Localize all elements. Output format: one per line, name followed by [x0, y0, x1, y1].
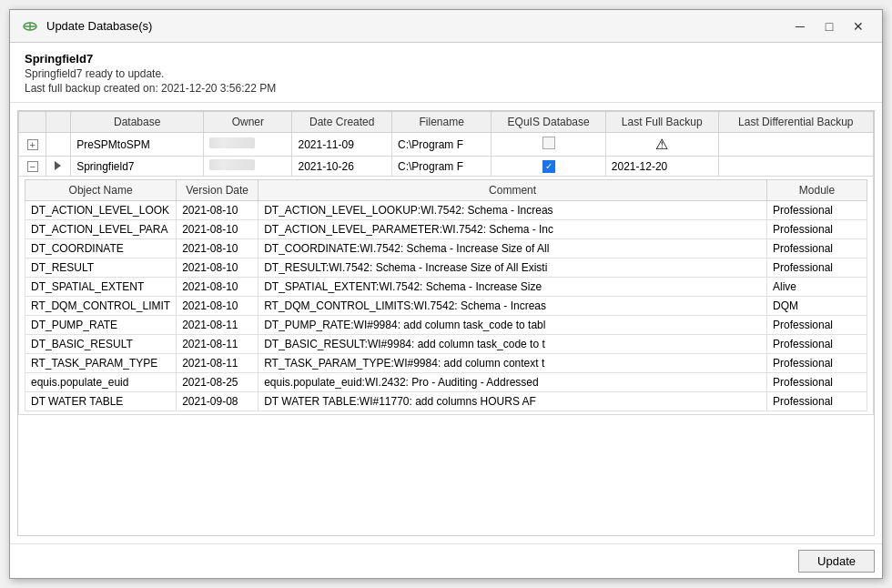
close-button[interactable]: ✕ — [846, 16, 871, 36]
sub-comment: DT_PUMP_RATE:WI#9984: add column task_co… — [258, 316, 767, 335]
sub-col-header-comment[interactable]: Comment — [258, 180, 767, 201]
update-button[interactable]: Update — [798, 550, 875, 573]
sub-col-header-object[interactable]: Object Name — [25, 180, 177, 201]
col-header-date-created[interactable]: Date Created — [292, 112, 391, 133]
sub-version-date: 2021-08-11 — [177, 316, 258, 335]
sub-module: Professional — [767, 220, 867, 239]
table-wrapper[interactable]: Database Owner Date Created Filename EQu… — [17, 110, 875, 536]
lastdiff-cell-2 — [718, 157, 873, 177]
warning-icon-1: ⚠ — [655, 136, 668, 153]
filename-cell-2: C:\Program F — [391, 157, 491, 177]
expand-cell-2[interactable]: − — [19, 157, 46, 177]
app-icon — [21, 17, 39, 35]
db-status-line1: Springfield7 ready to update. — [25, 67, 867, 80]
owner-blurred-1 — [209, 137, 255, 148]
datecreated-cell-1: 2021-11-09 — [292, 133, 391, 157]
sub-module: Professional — [767, 373, 867, 392]
owner-cell-2 — [204, 157, 292, 177]
sub-table-row[interactable]: DT_PUMP_RATE 2021-08-11 DT_PUMP_RATE:WI#… — [25, 316, 867, 335]
db-cell-1: PreSPMtoSPM — [71, 133, 204, 157]
col-header-last-full[interactable]: Last Full Backup — [605, 112, 718, 133]
sub-object-name: DT WATER TABLE — [25, 392, 177, 411]
sub-table-row[interactable]: RT_TASK_PARAM_TYPE 2021-08-11 RT_TASK_PA… — [25, 354, 867, 373]
checkbox-unchecked-1 — [542, 137, 555, 149]
sub-comment: DT_COORDINATE:WI.7542: Schema - Increase… — [258, 239, 767, 259]
sub-comment: equis.populate_euid:WI.2432: Pro - Audit… — [258, 373, 767, 392]
sub-comment: DT_ACTION_LEVEL_LOOKUP:WI.7542: Schema -… — [258, 201, 767, 220]
sub-version-date: 2021-09-08 — [177, 392, 258, 411]
filename-cell-1: C:\Program F — [391, 133, 491, 157]
sub-table-row[interactable]: DT_ACTION_LEVEL_LOOK 2021-08-10 DT_ACTIO… — [25, 201, 867, 220]
sub-table-row[interactable]: DT_SPATIAL_EXTENT 2021-08-10 DT_SPATIAL_… — [25, 278, 867, 297]
owner-blurred-2 — [209, 159, 255, 170]
plus-icon[interactable]: + — [27, 139, 38, 150]
maximize-button[interactable]: □ — [816, 16, 842, 36]
sub-object-name: equis.populate_euid — [25, 373, 177, 392]
checkbox-checked-2: ✓ — [542, 160, 555, 173]
col-header-owner[interactable]: Owner — [204, 112, 292, 133]
datecreated-cell-2: 2021-10-26 — [292, 157, 391, 177]
sub-module: Professional — [767, 239, 867, 259]
table-row: + PreSPMtoSPM 2021-11-09 C:\Program F ⚠ — [19, 133, 874, 157]
sub-object-name: DT_SPATIAL_EXTENT — [25, 278, 177, 297]
info-panel: Springfield7 Springfield7 ready to updat… — [10, 43, 882, 103]
sub-version-date: 2021-08-11 — [177, 335, 258, 354]
sub-module: Professional — [767, 392, 867, 411]
col-header-expand — [19, 112, 46, 133]
sub-object-name: RT_TASK_PARAM_TYPE — [25, 354, 177, 373]
sub-object-name: DT_RESULT — [25, 259, 177, 278]
col-header-equis[interactable]: EQuIS Database — [492, 112, 605, 133]
sub-table-row[interactable]: DT_RESULT 2021-08-10 DT_RESULT:WI.7542: … — [25, 259, 867, 278]
sub-table-row[interactable]: equis.populate_euid 2021-08-25 equis.pop… — [25, 373, 867, 392]
expand-cell-1[interactable]: + — [19, 133, 46, 157]
sub-table-row[interactable]: DT_ACTION_LEVEL_PARA 2021-08-10 DT_ACTIO… — [25, 220, 867, 239]
sub-comment: DT WATER TABLE:WI#11770: add columns HOU… — [258, 392, 767, 411]
minus-icon[interactable]: − — [27, 161, 38, 172]
outer-table-header-row: Database Owner Date Created Filename EQu… — [19, 112, 874, 133]
sub-table-row[interactable]: DT WATER TABLE 2021-09-08 DT WATER TABLE… — [25, 392, 867, 411]
sub-module: Professional — [767, 201, 867, 220]
sub-comment: RT_TASK_PARAM_TYPE:WI#9984: add column c… — [258, 354, 767, 373]
sub-object-name: DT_ACTION_LEVEL_LOOK — [25, 201, 177, 220]
sub-table-header-row: Object Name Version Date Comment Module — [25, 180, 867, 201]
sub-module: Professional — [767, 316, 867, 335]
sub-table-row[interactable]: RT_DQM_CONTROL_LIMIT 2021-08-10 RT_DQM_C… — [25, 297, 867, 316]
sub-version-date: 2021-08-10 — [177, 239, 258, 259]
sub-table-row[interactable]: DT_BASIC_RESULT 2021-08-11 DT_BASIC_RESU… — [25, 335, 867, 354]
col-header-database[interactable]: Database — [71, 112, 204, 133]
sub-version-date: 2021-08-11 — [177, 354, 258, 373]
lastfull-cell-1: ⚠ — [605, 133, 718, 157]
sub-module: DQM — [767, 297, 867, 316]
main-content: Database Owner Date Created Filename EQu… — [10, 103, 882, 543]
sub-module: Professional — [767, 335, 867, 354]
window-title: Update Database(s) — [46, 19, 787, 33]
lastfull-cell-2: 2021-12-20 — [605, 157, 718, 177]
col-header-last-diff[interactable]: Last Differential Backup — [718, 112, 873, 133]
sub-version-date: 2021-08-25 — [177, 373, 258, 392]
sub-comment: DT_ACTION_LEVEL_PARAMETER:WI.7542: Schem… — [258, 220, 767, 239]
table-row: − Springfield7 2021-10-26 C:\Program F ✓… — [19, 157, 874, 177]
sub-col-header-version[interactable]: Version Date — [177, 180, 258, 201]
sub-comment: RT_DQM_CONTROL_LIMITS:WI.7542: Schema - … — [258, 297, 767, 316]
sub-object-name: RT_DQM_CONTROL_LIMIT — [25, 297, 177, 316]
db-name-label: Springfield7 — [25, 52, 867, 66]
col-header-filename[interactable]: Filename — [391, 112, 491, 133]
sub-version-date: 2021-08-10 — [177, 297, 258, 316]
sub-module: Alive — [767, 278, 867, 297]
outer-table: Database Owner Date Created Filename EQu… — [18, 111, 874, 415]
title-bar: Update Database(s) ─ □ ✕ — [10, 10, 882, 43]
sub-table-row[interactable]: DT_COORDINATE 2021-08-10 DT_COORDINATE:W… — [25, 239, 867, 259]
sub-comment: DT_SPATIAL_EXTENT:WI.7542: Schema - Incr… — [258, 278, 767, 297]
db-cell-2: Springfield7 — [71, 157, 204, 177]
equis-cell-2: ✓ — [492, 157, 605, 177]
sub-version-date: 2021-08-10 — [177, 259, 258, 278]
sub-module: Professional — [767, 259, 867, 278]
minimize-button[interactable]: ─ — [787, 16, 813, 36]
arrow-cell-2 — [46, 157, 71, 177]
owner-cell-1 — [204, 133, 292, 157]
sub-comment: DT_BASIC_RESULT:WI#9984: add column task… — [258, 335, 767, 354]
sub-col-header-module[interactable]: Module — [767, 180, 867, 201]
lastdiff-cell-1 — [718, 133, 873, 157]
equis-cell-1 — [492, 133, 605, 157]
col-header-arrow — [46, 112, 71, 133]
